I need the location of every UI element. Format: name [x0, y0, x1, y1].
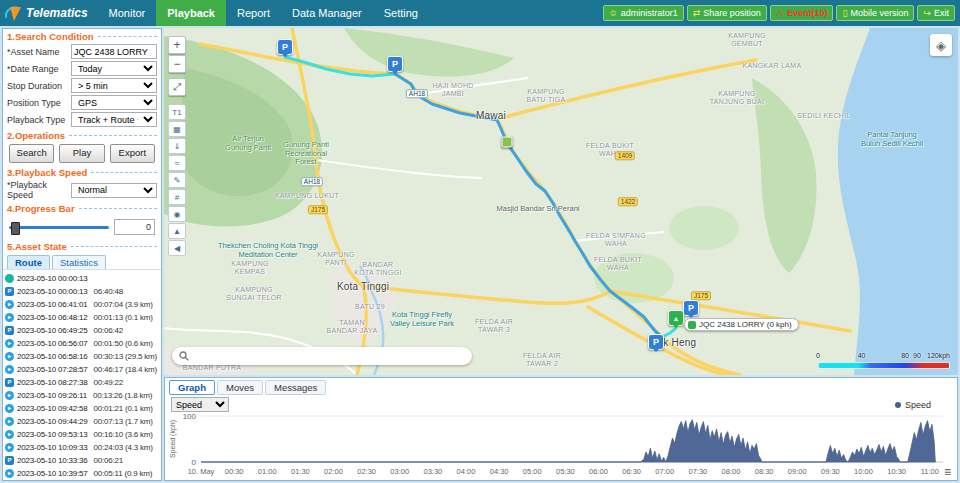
- fullscreen-button[interactable]: ⤢: [168, 78, 186, 96]
- draw-tool[interactable]: ✎: [168, 172, 186, 188]
- route-list-item[interactable]: ▸2023-05-10 10:09:3300:24:03 (4.3 km): [5, 441, 159, 454]
- svg-text:10:00: 10:00: [854, 467, 873, 476]
- stop-duration-select[interactable]: > 5 min: [71, 78, 157, 93]
- date-range-select[interactable]: Today: [71, 61, 157, 76]
- chart-series-select[interactable]: Speed: [171, 397, 229, 412]
- search-icon: [179, 351, 189, 361]
- truck-icon: [688, 321, 696, 329]
- share-position-button[interactable]: ⇄Share position: [687, 5, 767, 21]
- row-time: 2023-05-10 00:00:13: [17, 287, 88, 296]
- parking-icon: P: [5, 287, 14, 296]
- measure-tool[interactable]: #: [168, 189, 186, 205]
- route-list-item[interactable]: ▸2023-05-10 09:44:2900:07:13 (1.7 km): [5, 415, 159, 428]
- svg-text:09:00: 09:00: [788, 467, 807, 476]
- route-list-item[interactable]: P2023-05-10 00:00:1306:40:48: [5, 285, 159, 298]
- tab-graph[interactable]: Graph: [169, 380, 215, 395]
- row-time: 2023-05-10 10:33:36: [17, 456, 88, 465]
- playback-type-select[interactable]: Track + Route + Statisti: [71, 112, 157, 127]
- zoom-out-button[interactable]: −: [168, 55, 186, 73]
- playback-speed-select[interactable]: Normal: [71, 183, 157, 198]
- event-button[interactable]: ⚠Event(10): [770, 5, 834, 21]
- tab-route[interactable]: Route: [7, 255, 50, 269]
- chart-tool[interactable]: ≈: [168, 155, 186, 171]
- search-fields: *Asset Name*Date RangeTodayStop Duration…: [3, 43, 161, 128]
- tab-moves[interactable]: Moves: [217, 380, 263, 395]
- nav-item-monitor[interactable]: Monitor: [98, 0, 157, 26]
- section-search-condition-label: 1.Search Condition: [7, 31, 94, 42]
- nav-item-report[interactable]: Report: [226, 0, 281, 26]
- row-detail: 00:30:13 (29.5 km): [94, 352, 158, 361]
- poi-tool[interactable]: ◉: [168, 206, 186, 222]
- chart-menu-icon[interactable]: ≡: [944, 466, 951, 478]
- nav-item-data-manager[interactable]: Data Manager: [281, 0, 373, 26]
- user-button[interactable]: ☺administrator1: [603, 5, 684, 21]
- route-list-item[interactable]: ▸2023-05-10 09:53:1300:16:10 (3.6 km): [5, 428, 159, 441]
- row-time: 2023-05-10 06:41:01: [17, 300, 88, 309]
- download-tool[interactable]: ⇓: [168, 138, 186, 154]
- row-time: 2023-05-10 10:09:33: [17, 443, 88, 452]
- row-detail: 00:07:04 (3.9 km): [94, 300, 153, 309]
- route-list-item[interactable]: 2023-05-10 00:00:13: [5, 272, 159, 285]
- collapse-tool[interactable]: ◀: [168, 240, 186, 256]
- asset-name-label: *Asset Name: [7, 47, 69, 57]
- layers-button[interactable]: ◈: [930, 34, 952, 56]
- nav-item-setting[interactable]: Setting: [373, 0, 429, 26]
- route-list-item[interactable]: ▸2023-05-10 06:41:0100:07:04 (3.9 km): [5, 298, 159, 311]
- parking-marker[interactable]: P: [277, 39, 293, 55]
- map[interactable]: KAMPUNG GEMBUTKANGKAR LAMAKAMPUNG TANJUN…: [164, 28, 958, 375]
- section-asset-state: 5.Asset State: [3, 239, 161, 253]
- parking-marker[interactable]: P: [648, 334, 664, 350]
- playback-speed-row: *Playback Speed Normal: [3, 179, 161, 201]
- position-type-select[interactable]: GPS: [71, 95, 157, 110]
- svg-text:0: 0: [192, 458, 197, 467]
- tab-statistics[interactable]: Statistics: [52, 255, 106, 269]
- asset-label-text: JQC 2438 LORRY (0 kph): [699, 320, 792, 329]
- mobile-version-label: Mobile version: [850, 8, 908, 18]
- zoom-in-button[interactable]: +: [168, 36, 186, 54]
- nav-right-group: ☺administrator1⇄Share position⚠Event(10)…: [603, 5, 960, 21]
- export-button[interactable]: Export: [110, 144, 155, 163]
- exit-button[interactable]: ↪Exit: [917, 5, 955, 21]
- route-list-item[interactable]: ▸2023-05-10 09:42:5800:01:21 (0.1 km): [5, 402, 159, 415]
- asset-label-chip[interactable]: JQC 2438 LORRY (0 kph): [684, 318, 799, 331]
- route-list-item[interactable]: ▸2023-05-10 06:58:1600:30:13 (29.5 km): [5, 350, 159, 363]
- svg-text:00:30: 00:30: [225, 467, 244, 476]
- svg-text:05:00: 05:00: [523, 467, 542, 476]
- event-marker[interactable]: [502, 137, 513, 148]
- asset-name-input[interactable]: [71, 44, 157, 59]
- route-list-item[interactable]: P2023-05-10 06:49:2500:06:42: [5, 324, 159, 337]
- row-time: 2023-05-10 09:42:58: [17, 404, 88, 413]
- play-button[interactable]: Play: [59, 144, 104, 163]
- progress-value[interactable]: 0: [114, 219, 155, 235]
- route-list-item[interactable]: P2023-05-10 10:33:3600:06:21: [5, 454, 159, 467]
- speed-series: [201, 420, 935, 462]
- tab-messages[interactable]: Messages: [265, 380, 326, 395]
- route-list-item[interactable]: ▸2023-05-10 06:48:1200:01:13 (0.1 km): [5, 311, 159, 324]
- row-detail: 00:13:26 (1.8 km): [93, 391, 152, 400]
- parking-marker[interactable]: P: [683, 300, 699, 316]
- svg-text:05:30: 05:30: [556, 467, 575, 476]
- current-position-marker[interactable]: ▲: [668, 310, 684, 326]
- label-tool[interactable]: T1: [168, 104, 186, 120]
- map-search-input[interactable]: [194, 350, 465, 362]
- mobile-version-button[interactable]: ▯Mobile version: [836, 5, 914, 21]
- progress-track[interactable]: [9, 226, 109, 229]
- map-search-box[interactable]: [172, 347, 472, 365]
- parking-marker[interactable]: P: [387, 56, 403, 72]
- route-list-item[interactable]: ▸2023-05-10 10:39:5700:05:11 (0.9 km): [5, 467, 159, 480]
- route-list-item[interactable]: ▸2023-05-10 06:56:0700:01:50 (0.6 km): [5, 337, 159, 350]
- field-date-range: *Date RangeToday: [3, 60, 161, 77]
- row-time: 2023-05-10 07:28:57: [17, 365, 88, 374]
- search-button[interactable]: Search: [9, 144, 54, 163]
- route-list[interactable]: 2023-05-10 00:00:13P2023-05-10 00:00:130…: [3, 270, 161, 480]
- route-list-item[interactable]: P2023-05-10 08:27:3800:49:22: [5, 376, 159, 389]
- flag-tool[interactable]: ▲: [168, 223, 186, 239]
- nav-item-playback[interactable]: Playback: [156, 0, 226, 26]
- progress-handle[interactable]: [11, 222, 20, 235]
- section-playback-speed: 3.Playback Speed: [3, 165, 161, 179]
- route-list-item[interactable]: ▸2023-05-10 07:28:5700:46:17 (18.4 km): [5, 363, 159, 376]
- moving-icon: ▸: [5, 443, 14, 452]
- brand-text: Telematics: [26, 6, 88, 20]
- grid-tool[interactable]: ▦: [168, 121, 186, 137]
- route-list-item[interactable]: ▸2023-05-10 09:26:1100:13:26 (1.8 km): [5, 389, 159, 402]
